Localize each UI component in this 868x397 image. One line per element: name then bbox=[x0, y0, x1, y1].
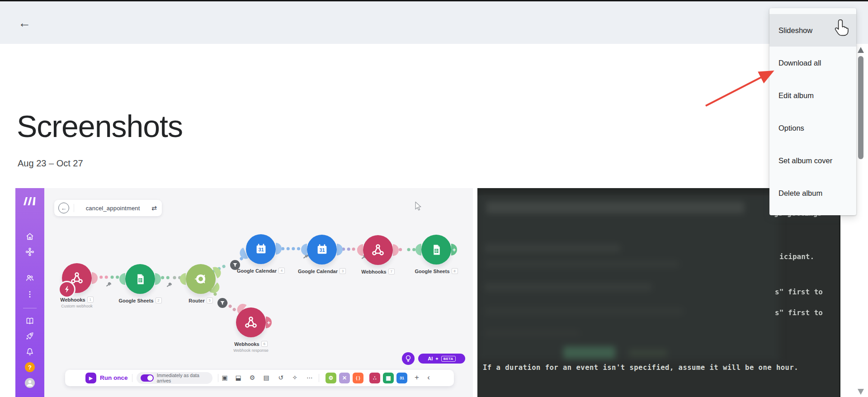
scroll-down-arrow-icon[interactable] bbox=[858, 389, 864, 395]
menu-item-options[interactable]: Options bbox=[769, 112, 856, 144]
webhooks-app-icon[interactable]: ∴ bbox=[369, 373, 380, 383]
node-label: Webhooks bbox=[361, 269, 386, 274]
undo-icon[interactable]: ↺ bbox=[276, 374, 285, 381]
node-google-calendar-2[interactable]: 31 bbox=[307, 235, 337, 265]
node-number-badge: 4 bbox=[278, 268, 285, 274]
node-label: Google Sheets bbox=[415, 269, 449, 274]
hand-cursor-icon bbox=[835, 18, 850, 36]
photo-thumbnail-make-scenario[interactable]: ? ← cancel_appointment ⇄ bbox=[15, 188, 473, 397]
back-button[interactable]: ← bbox=[15, 14, 33, 32]
scrollbar-thumb[interactable] bbox=[858, 56, 863, 159]
lightbulb-icon bbox=[405, 355, 411, 362]
photo-thumbnail-terminal[interactable]: gs gettings icipant. s" first to s" firs… bbox=[477, 188, 840, 397]
node-number-badge: 6 bbox=[261, 341, 268, 347]
menu-item-delete-album[interactable]: Delete album bbox=[769, 177, 856, 209]
add-app-icon[interactable]: + bbox=[412, 373, 421, 382]
settings-gear-icon[interactable]: ⚙ bbox=[248, 374, 257, 381]
node-number-badge: 1 bbox=[87, 297, 94, 302]
collapse-chevron-icon[interactable]: ‹ bbox=[424, 373, 433, 382]
toggle-label: Immediately as data arrives bbox=[157, 373, 212, 383]
text-parser-app-icon[interactable]: { } bbox=[353, 373, 363, 383]
node-webhook-response[interactable] bbox=[236, 307, 266, 337]
node-number-badge: 7 bbox=[388, 269, 395, 274]
sparkle-icon: ✦ bbox=[435, 356, 439, 361]
sheets-icon bbox=[134, 273, 146, 285]
node-number-badge: 8 bbox=[452, 268, 458, 274]
album-options-menu: Slideshow Download all Edit album Option… bbox=[769, 8, 856, 215]
node-google-sheets[interactable] bbox=[125, 264, 155, 294]
sheets-app-icon[interactable]: ▦ bbox=[383, 373, 394, 383]
node-label: Router bbox=[189, 298, 204, 303]
router-icon bbox=[194, 273, 207, 285]
svg-text:31: 31 bbox=[258, 247, 264, 252]
beta-badge: BETA bbox=[441, 356, 456, 362]
node-label: Webhooks bbox=[60, 297, 85, 302]
node-number-badge: 5 bbox=[207, 298, 213, 303]
tools-app-icon[interactable]: ✕ bbox=[339, 373, 350, 383]
scheduling-toggle[interactable]: Immediately as data arrives bbox=[137, 372, 212, 384]
page-title: Screenshots bbox=[17, 109, 183, 144]
hint-lightbulb-button[interactable] bbox=[402, 352, 415, 365]
play-icon: ▶ bbox=[89, 375, 93, 381]
node-label: Google Sheets bbox=[118, 298, 153, 303]
google-photos-album-page: ← Screenshots Aug 23 – Oct 27 bbox=[0, 0, 868, 397]
panel-icon[interactable]: ⬓ bbox=[234, 374, 243, 381]
album-date-range: Aug 23 – Oct 27 bbox=[18, 158, 83, 169]
instant-trigger-bolt-icon bbox=[58, 281, 75, 298]
more-options-icon[interactable]: ⋯ bbox=[305, 374, 314, 381]
calendar-icon: 31 bbox=[255, 243, 267, 255]
scenario-toolbar: ▶ Run once Immediately as data arrives ▣… bbox=[65, 370, 454, 386]
run-once-label[interactable]: Run once bbox=[100, 374, 128, 381]
toggle-switch-on[interactable] bbox=[141, 374, 154, 382]
calendar-app-icon[interactable]: 31 bbox=[396, 373, 407, 383]
node-number-badge: 3 bbox=[340, 268, 346, 274]
arrow-cursor-icon bbox=[415, 202, 421, 211]
terminal-text-fragment: s" first to bbox=[775, 288, 823, 296]
webhook-icon bbox=[371, 243, 385, 257]
menu-item-set-album-cover[interactable]: Set album cover bbox=[769, 144, 856, 177]
terminal-text-fragment: s" first to bbox=[775, 308, 823, 317]
node-label: Webhooks bbox=[234, 341, 259, 347]
node-number-badge: 2 bbox=[156, 298, 162, 303]
node-webhooks-2[interactable] bbox=[363, 235, 393, 265]
svg-text:31: 31 bbox=[319, 247, 325, 253]
node-google-calendar-1[interactable]: 31 bbox=[246, 234, 276, 264]
node-router[interactable] bbox=[186, 264, 216, 294]
node-sublabel: Webhook response bbox=[219, 348, 283, 353]
run-once-button[interactable]: ▶ bbox=[85, 373, 96, 383]
calendar-icon: 31 bbox=[316, 244, 328, 256]
flow-control-app-icon[interactable]: ⚙ bbox=[326, 373, 336, 383]
node-google-sheets-2[interactable] bbox=[421, 235, 451, 265]
terminal-bottom-line: If a duration for an event isn't specifi… bbox=[483, 364, 798, 372]
node-label: Google Calendar bbox=[237, 268, 277, 274]
scenario-connections bbox=[15, 188, 473, 397]
notes-icon[interactable]: ▤ bbox=[262, 374, 271, 381]
blurred-redacted-region bbox=[477, 194, 779, 361]
node-sublabel: Custom webhook bbox=[45, 304, 108, 308]
annotation-arrow bbox=[698, 63, 784, 111]
filter-funnel-icon[interactable] bbox=[217, 298, 227, 308]
save-icon[interactable]: ▣ bbox=[220, 374, 229, 381]
album-header-bar: ← bbox=[0, 1, 868, 44]
back-icon: ← bbox=[18, 16, 31, 30]
terminal-text-fragment: icipant. bbox=[779, 252, 814, 261]
scroll-up-arrow-icon[interactable] bbox=[858, 47, 864, 53]
ai-label: AI bbox=[428, 356, 433, 361]
ai-beta-button[interactable]: AI ✦ BETA bbox=[418, 354, 465, 364]
sheets-icon bbox=[430, 244, 443, 256]
filter-funnel-icon[interactable] bbox=[230, 260, 240, 270]
autoalign-wand-icon[interactable]: ✧ bbox=[290, 374, 299, 381]
webhook-icon bbox=[244, 316, 258, 329]
node-label: Google Calendar bbox=[298, 269, 338, 274]
